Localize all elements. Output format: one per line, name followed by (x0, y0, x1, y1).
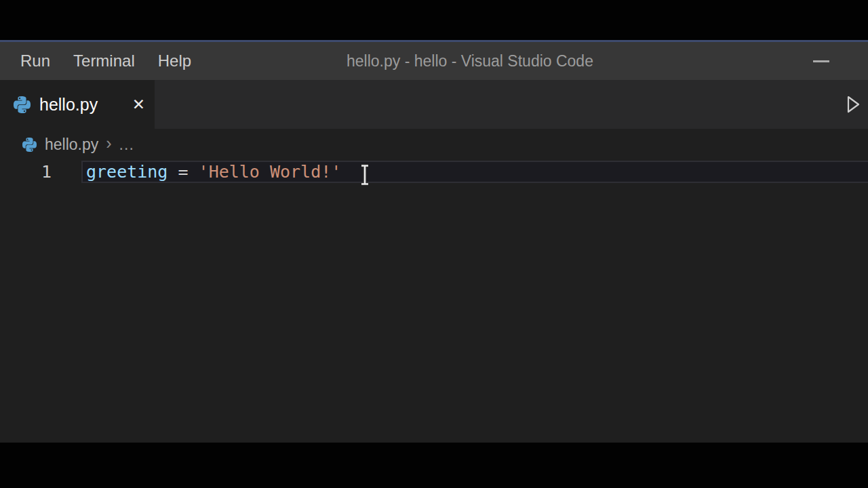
bottom-letterbox (0, 443, 868, 488)
minimize-button[interactable] (805, 42, 837, 80)
token-string: 'Hello World!' (199, 162, 342, 182)
menu-bar: Run Terminal Help (0, 42, 191, 80)
tab-bar: hello.py ✕ (0, 80, 868, 129)
chevron-right-icon: › (106, 134, 111, 153)
tab-hello-py[interactable]: hello.py ✕ (0, 80, 155, 129)
text-cursor-icon (358, 164, 372, 186)
screen: Run Terminal Help hello.py - hello - Vis… (0, 0, 868, 488)
breadcrumb-file[interactable]: hello.py (45, 136, 98, 154)
editor[interactable]: hello.py › ... 1 greeting = 'Hello World… (0, 129, 868, 443)
title-bar: Run Terminal Help hello.py - hello - Vis… (0, 42, 868, 80)
tab-close-button[interactable]: ✕ (132, 97, 145, 113)
play-triangle-icon (845, 94, 861, 115)
breadcrumb: hello.py › ... (0, 129, 868, 160)
line-number: 1 (0, 161, 52, 183)
code-area[interactable]: 1 greeting = 'Hello World!' (0, 160, 868, 443)
token-operator: = (167, 162, 198, 182)
menu-item-run[interactable]: Run (20, 52, 50, 70)
minimize-icon (813, 60, 829, 62)
top-letterbox (0, 0, 868, 40)
run-button[interactable] (841, 91, 865, 118)
tab-label: hello.py (39, 95, 98, 115)
token-variable: greeting (86, 162, 167, 182)
breadcrumb-symbol[interactable]: ... (119, 136, 134, 154)
python-icon (14, 96, 31, 113)
code-line: greeting = 'Hello World!' (86, 161, 341, 183)
menu-item-terminal[interactable]: Terminal (73, 52, 135, 70)
python-icon (22, 138, 37, 152)
menu-item-help[interactable]: Help (158, 52, 191, 70)
window-title: hello.py - hello - Visual Studio Code (347, 42, 593, 80)
